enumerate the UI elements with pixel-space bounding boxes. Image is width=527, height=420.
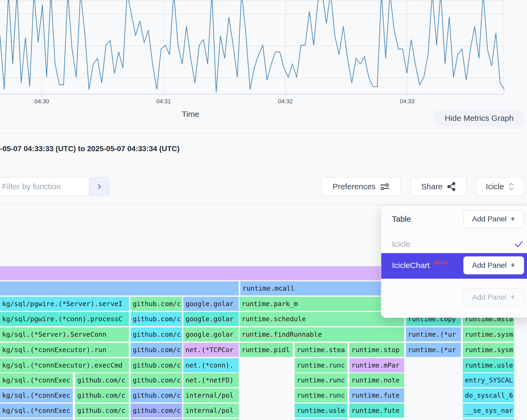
flame-cell[interactable]: github.com/c: [131, 297, 182, 311]
flame-cell[interactable]: [463, 419, 514, 420]
flame-cell[interactable]: [295, 419, 347, 420]
filter-by-function-input[interactable]: [0, 177, 90, 196]
flame-cell[interactable]: kg/sql.(*connExecutor).run: [0, 343, 129, 357]
x-axis-tick: 04:31: [148, 98, 180, 105]
filter-submit-button[interactable]: ›: [90, 177, 109, 196]
flame-cell[interactable]: github.com/c: [131, 388, 182, 402]
flame-cell[interactable]: runtime.mPar: [349, 358, 404, 372]
x-axis-tick: 04:33: [391, 98, 423, 105]
section-divider: [0, 133, 523, 134]
menu-divider: [381, 253, 527, 253]
flame-row: kg/sql.(*connExecutor).rungithub.com/cne…: [0, 343, 527, 357]
flame-cell[interactable]: net.(*netFD): [183, 373, 239, 387]
flame-cell[interactable]: runtime.note: [349, 373, 404, 387]
flame-cell[interactable]: kg/sql.(*connExecutor).execCmd: [0, 358, 129, 372]
flame-cell[interactable]: net.(*TCPCor: [183, 343, 239, 357]
x-axis-title: Time: [171, 110, 210, 119]
flame-cell[interactable]: github.com/c: [131, 312, 182, 326]
profiler-page: 04:3004:3104:3204:33 Time Hide Metrics G…: [0, 0, 527, 420]
flame-row: kg/sql.(*connExecutor).execCmdgithub.com…: [0, 358, 527, 372]
select-chevrons-icon: [508, 182, 514, 191]
flame-cell[interactable]: google.golar: [183, 312, 239, 326]
flame-cell[interactable]: runtime.usle: [295, 403, 347, 418]
flame-cell[interactable]: internal/pol: [183, 403, 239, 418]
share-button[interactable]: Share: [410, 177, 467, 196]
flame-row: kg/sql.(*connExecgithub.com/cgithub.com/…: [0, 403, 527, 418]
iciclechart-label: IcicleChart: [392, 261, 430, 270]
flame-cell[interactable]: internal/pol: [183, 388, 239, 402]
flame-cell[interactable]: runtime.sysm: [463, 327, 514, 341]
flame-cell[interactable]: runtime.runc: [295, 358, 347, 372]
flame-cell[interactable]: google.golar: [183, 327, 239, 341]
flame-cell[interactable]: runtime.stop: [349, 343, 404, 357]
flame-cell[interactable]: entry_SYSCAL: [463, 373, 514, 387]
submit-arrow-icon: ›: [98, 180, 101, 191]
share-label: Share: [421, 182, 443, 191]
flame-cell[interactable]: runtime.pidl: [240, 343, 293, 357]
flame-cell[interactable]: [0, 419, 73, 420]
time-range-label: -05-07 04:33:33 (UTC) to 2025-05-07 04:3…: [0, 145, 180, 153]
flame-cell[interactable]: kg/sql/pgwire.(*conn).processC: [0, 312, 129, 326]
metrics-line-chart: [0, 0, 504, 97]
flame-cell[interactable]: runtime.schedule: [240, 312, 404, 326]
flame-cell[interactable]: kg/sql/pgwire.(*Server).serveI: [0, 297, 129, 311]
add-panel-disabled-button: Add Panel +: [463, 288, 524, 306]
flame-cell[interactable]: [131, 419, 182, 420]
menu-item-icicle[interactable]: Icicle: [392, 240, 410, 249]
add-panel-iciclechart-button[interactable]: Add Panel +: [463, 256, 524, 274]
view-type-select[interactable]: Icicle: [476, 177, 524, 196]
flamegraph-divider: [0, 204, 527, 205]
add-panel-table-button[interactable]: Add Panel +: [463, 210, 524, 228]
flame-cell[interactable]: runtime.(*ur: [406, 343, 461, 357]
flame-cell[interactable]: runtime.runc: [295, 373, 347, 387]
flame-cell[interactable]: github.com/c: [75, 373, 129, 387]
flame-cell[interactable]: runtime.(*ur: [406, 327, 461, 341]
flame-cell[interactable]: runtime.usle: [463, 358, 514, 372]
flame-cell[interactable]: github.com/c: [131, 327, 182, 341]
preferences-button[interactable]: Preferences: [321, 177, 401, 196]
flame-row: kg/sql.(*connExecgithub.com/cgithub.com/…: [0, 373, 527, 387]
flame-cell[interactable]: github.com/c: [131, 373, 182, 387]
plus-icon: +: [510, 292, 515, 302]
flame-cell[interactable]: runtime.stea: [295, 343, 347, 357]
flame-cell[interactable]: github.com/c: [131, 358, 182, 372]
flame-cell[interactable]: runtime.sysm: [463, 343, 514, 357]
menu-item-table[interactable]: Table: [392, 215, 411, 224]
flame-cell[interactable]: kg/sql.(*Server).ServeConn: [0, 327, 129, 341]
share-icon: [447, 182, 456, 191]
flame-row: [0, 419, 527, 420]
flame-cell[interactable]: kg/sql.(*connExec: [0, 388, 73, 402]
flame-cell[interactable]: [0, 281, 239, 295]
plus-icon: +: [510, 260, 515, 270]
add-panel-label: Add Panel: [472, 261, 506, 270]
alpha-badge: alpha: [433, 259, 447, 266]
flame-cell[interactable]: kg/sql.(*connExec: [0, 373, 73, 387]
flame-cell[interactable]: net.(*conn).: [183, 358, 239, 372]
flame-cell[interactable]: do_syscall_6: [463, 388, 514, 402]
flame-cell[interactable]: runtime.runc: [295, 388, 347, 402]
flame-cell[interactable]: [75, 419, 129, 420]
flame-cell[interactable]: runtime.fute: [349, 403, 404, 418]
flame-row: kg/sql.(*connExecgithub.com/cgithub.com/…: [0, 388, 527, 402]
metrics-graph: 04:3004:3104:3204:33: [0, 0, 504, 97]
view-type-menu: Table Add Panel + Icicle IcicleChartalph…: [381, 205, 527, 318]
flame-cell[interactable]: __se_sys_nar: [463, 403, 514, 418]
flame-row: kg/sql.(*Server).ServeConngithub.com/cgo…: [0, 327, 527, 341]
view-type-value: Icicle: [486, 182, 504, 191]
flame-cell[interactable]: google.golar: [183, 297, 239, 311]
flame-cell[interactable]: github.com/c: [75, 403, 129, 418]
flame-cell[interactable]: runtime.findRunnable: [240, 327, 404, 341]
sliders-icon: [380, 182, 390, 191]
x-axis-tick: 04:30: [26, 98, 58, 105]
flame-cell[interactable]: github.com/c: [131, 403, 182, 418]
flame-cell[interactable]: [183, 419, 239, 420]
flame-cell[interactable]: github.com/c: [131, 343, 182, 357]
check-icon: [513, 239, 524, 249]
flame-cell[interactable]: github.com/c: [75, 388, 129, 402]
plus-icon: +: [510, 214, 515, 224]
flame-cell[interactable]: kg/sql.(*connExec: [0, 403, 73, 418]
add-panel-label: Add Panel: [472, 215, 506, 223]
x-axis-tick: 04:32: [269, 98, 301, 105]
flame-cell[interactable]: runtime.fute: [349, 388, 404, 402]
hide-metrics-graph-button[interactable]: Hide Metrics Graph: [435, 110, 524, 126]
